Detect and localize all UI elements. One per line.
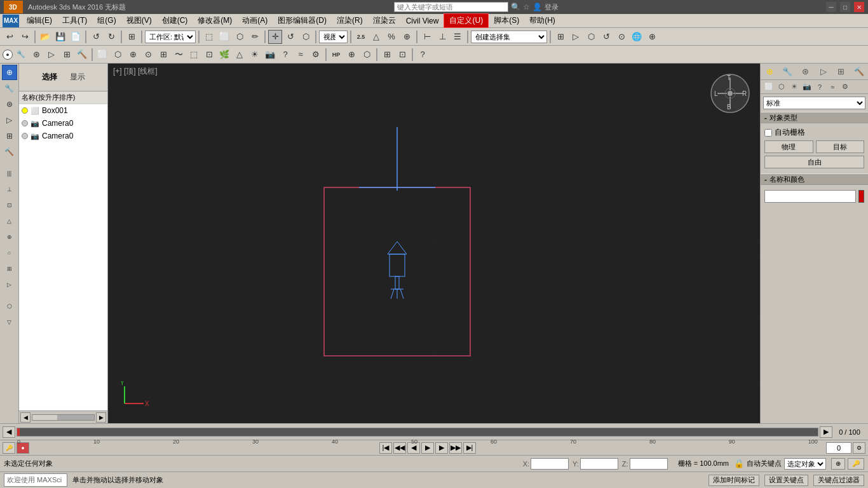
minimize-button[interactable]: ─ bbox=[826, 2, 836, 12]
spinner-snap-button[interactable]: ⊕ bbox=[400, 30, 414, 44]
snap-3d-button[interactable]: 2.5 bbox=[354, 30, 368, 44]
scroll-left-arrow[interactable]: ◀ bbox=[20, 412, 31, 423]
create-tab[interactable]: ● bbox=[3, 50, 13, 60]
tl-left-arrow[interactable]: ◀ bbox=[3, 426, 15, 438]
scene-tab-select[interactable]: 选择 bbox=[38, 71, 61, 84]
windows-button[interactable]: ⊡ bbox=[202, 48, 216, 62]
render-env-button[interactable]: 🌐 bbox=[630, 30, 644, 44]
lp-modify[interactable]: 🔧 bbox=[2, 81, 17, 96]
named-select-set[interactable]: 创建选择集 bbox=[471, 30, 547, 43]
stairs-button[interactable]: △ bbox=[233, 48, 247, 62]
rp-tab-display[interactable]: ⊞ bbox=[835, 65, 848, 78]
workspace-select[interactable]: 工作区: 默认 bbox=[145, 30, 196, 43]
menu-script[interactable]: 脚本(S) bbox=[489, 14, 524, 27]
rp-sub-cameras[interactable]: 📷 bbox=[801, 81, 813, 93]
z-input[interactable] bbox=[630, 458, 668, 470]
active-shade-button[interactable]: ⬡ bbox=[584, 30, 598, 44]
menu-graph-editor[interactable]: 图形编辑器(D) bbox=[273, 14, 332, 27]
rp-tab-motion[interactable]: ▷ bbox=[817, 65, 830, 78]
redo-button[interactable]: ↪ bbox=[18, 30, 32, 44]
lasso-button[interactable]: ⬡ bbox=[233, 30, 247, 44]
add-time-marker-btn[interactable]: 添加时间标记 bbox=[709, 475, 759, 486]
extended-prims-button[interactable]: ⬡ bbox=[111, 48, 125, 62]
select-button[interactable]: ⬚ bbox=[202, 30, 216, 44]
menu-cloud[interactable]: 渲染云 bbox=[368, 14, 401, 27]
set-key-btn[interactable]: 设置关键点 bbox=[764, 475, 808, 486]
menu-edit[interactable]: 编辑(E) bbox=[22, 14, 57, 27]
rp-tab-modify[interactable]: 🔧 bbox=[781, 65, 794, 78]
doors-button[interactable]: ⬚ bbox=[187, 48, 201, 62]
timeline-track[interactable]: 0102030405060708090100 bbox=[17, 428, 818, 437]
lp-snap1[interactable]: ||| bbox=[2, 166, 17, 181]
utilities-tab[interactable]: 🔨 bbox=[75, 48, 89, 62]
scroll-right-arrow[interactable]: ▶ bbox=[96, 412, 106, 423]
rp-sub-lights[interactable]: ☀ bbox=[789, 81, 800, 93]
rp-free-btn[interactable]: 自由 bbox=[764, 156, 864, 168]
scroll-track[interactable] bbox=[32, 414, 95, 421]
extra1-button[interactable]: ⊕ bbox=[344, 48, 358, 62]
lp-hierarchy[interactable]: ⊛ bbox=[2, 97, 17, 112]
lp-snap6[interactable]: ○ bbox=[2, 245, 17, 261]
lp-snap8[interactable]: ▷ bbox=[2, 277, 17, 292]
render-frame-button[interactable]: ▷ bbox=[569, 30, 583, 44]
rp-color-picker[interactable] bbox=[858, 190, 864, 203]
menu-render[interactable]: 渲染(R) bbox=[332, 14, 368, 27]
lp-snap5[interactable]: ⊕ bbox=[2, 229, 17, 245]
menu-create[interactable]: 创建(C) bbox=[157, 14, 193, 27]
hierarchy-tab[interactable]: ⊛ bbox=[29, 48, 43, 62]
helpers-button[interactable]: ? bbox=[278, 48, 292, 62]
rp-tab-create[interactable]: ⊕ bbox=[763, 65, 776, 78]
render-effects-button[interactable]: ⊕ bbox=[645, 30, 659, 44]
new-button[interactable]: 📄 bbox=[69, 30, 83, 44]
x-input[interactable] bbox=[531, 458, 569, 470]
rp-type-dropdown[interactable]: 标准 bbox=[763, 97, 865, 109]
save-button[interactable]: 💾 bbox=[53, 30, 67, 44]
scene-tab-display[interactable]: 显示 bbox=[66, 71, 89, 84]
modify-tab[interactable]: 🔧 bbox=[14, 48, 28, 62]
tree-item-box001[interactable]: ⬜ Box001 bbox=[19, 104, 107, 117]
standard-prims-button[interactable]: ⬜ bbox=[95, 48, 109, 62]
rp-object-type-header[interactable]: - 对象类型 bbox=[761, 112, 868, 123]
angle-snap-button[interactable]: △ bbox=[369, 30, 383, 44]
rp-tab-utilities[interactable]: 🔨 bbox=[853, 65, 865, 78]
rp-sub-helpers[interactable]: ? bbox=[814, 81, 825, 93]
menu-view[interactable]: 视图(V) bbox=[121, 14, 157, 27]
open-button[interactable]: 📂 bbox=[38, 30, 52, 44]
menu-tools[interactable]: 工具(T) bbox=[57, 14, 92, 27]
motion-tab[interactable]: ▷ bbox=[44, 48, 58, 62]
scene-props-button[interactable]: ⊞ bbox=[125, 30, 139, 44]
material-editor-button[interactable]: ⊙ bbox=[614, 30, 628, 44]
render-setup-button[interactable]: ⊞ bbox=[553, 30, 567, 44]
lp-motion[interactable]: ▷ bbox=[2, 112, 17, 128]
extra2-button[interactable]: ⬡ bbox=[360, 48, 374, 62]
undo-button[interactable]: ↩ bbox=[3, 30, 17, 44]
viewport-area[interactable]: [+] [顶] [线框] bbox=[108, 64, 760, 423]
redo2-button[interactable]: ↻ bbox=[104, 30, 118, 44]
key-filter-btn[interactable]: 关键点过滤器 bbox=[813, 475, 864, 486]
menu-modifier[interactable]: 修改器(M) bbox=[193, 14, 237, 27]
patch-grids-button[interactable]: ⊞ bbox=[156, 48, 170, 62]
menu-civil-view[interactable]: Civil View bbox=[401, 15, 444, 27]
lp-display[interactable]: ⊞ bbox=[2, 128, 17, 144]
rp-autogrid-checkbox[interactable] bbox=[764, 129, 772, 137]
systems-button[interactable]: ⚙ bbox=[309, 48, 323, 62]
tree-item-camera0b[interactable]: 📷 Camera0 bbox=[19, 130, 107, 142]
rp-sub-geometry[interactable]: ⬜ bbox=[763, 81, 775, 93]
maximize-button[interactable]: □ bbox=[840, 2, 850, 12]
ref-coord-select[interactable]: 视图 bbox=[319, 30, 348, 43]
rp-tab-hierarchy[interactable]: ⊛ bbox=[799, 65, 811, 78]
rp-name-input[interactable] bbox=[764, 190, 856, 203]
particles-button[interactable]: ⊙ bbox=[141, 48, 155, 62]
rp-sub-shapes[interactable]: ⬡ bbox=[776, 81, 787, 93]
rp-physics-btn[interactable]: 物理 bbox=[764, 140, 813, 153]
lp-filter1[interactable]: ⬡ bbox=[2, 299, 17, 314]
align-button[interactable]: ⊥ bbox=[435, 30, 449, 44]
select-region-button[interactable]: ⬜ bbox=[217, 30, 231, 44]
key-filter-select[interactable]: 选定对象 bbox=[784, 458, 826, 470]
mirror-button[interactable]: ⊢ bbox=[420, 30, 434, 44]
lights-button[interactable]: ☀ bbox=[248, 48, 262, 62]
extra3-button[interactable]: ⊞ bbox=[380, 48, 394, 62]
cameras-button[interactable]: 📷 bbox=[263, 48, 277, 62]
login-text[interactable]: 登录 bbox=[545, 3, 559, 12]
spacewarps-button[interactable]: ≈ bbox=[294, 48, 308, 62]
